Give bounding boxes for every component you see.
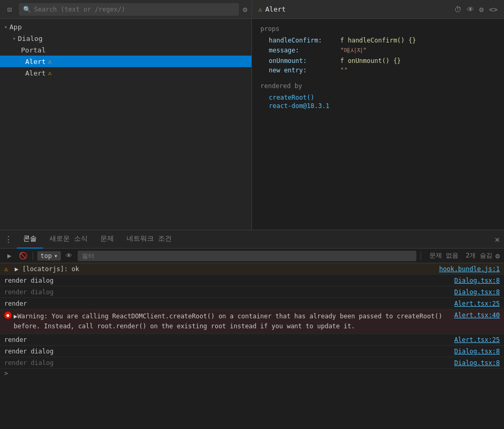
- prop-value: f onUnmount() {}: [340, 57, 401, 65]
- tab-issues-label: 문제: [100, 234, 114, 243]
- eye-icon[interactable]: 👁: [467, 5, 474, 14]
- rendered-by-title: rendered by: [260, 82, 496, 90]
- tab-console-label: 콘솔: [23, 234, 37, 243]
- console-row-render-dialog-2[interactable]: render dialog Dialog.tsx:8: [0, 286, 504, 298]
- status-badge: 문제 없음: [425, 251, 463, 260]
- chevron-icon: ▾: [13, 36, 16, 41]
- console-row-link[interactable]: Dialog.tsx:8: [447, 288, 500, 296]
- console-row-render-dialog-3[interactable]: render dialog Dialog.tsx:8: [0, 346, 504, 357]
- tree-item-portal[interactable]: Portal: [0, 44, 251, 56]
- warning-icon: ⚠: [48, 69, 51, 77]
- bottom-panel: ⋮ 콘솔 새로운 소식 문제 네트워크 조건 ✕ ▶ 🚫 top ▾ 👁 문제 …: [0, 230, 504, 429]
- console-row-error-createroot[interactable]: ● ▶Warning: You are calling ReactDOMClie…: [0, 309, 504, 334]
- prop-value: f handleConfirm() {}: [340, 37, 416, 44]
- search-input[interactable]: [34, 6, 235, 13]
- level-label: top: [40, 252, 52, 260]
- console-row-text: render dialog: [4, 348, 445, 355]
- console-row-render-1[interactable]: render Alert.tsx:25: [0, 298, 504, 309]
- bottom-panel-menu-icon[interactable]: ⋮: [4, 234, 13, 244]
- warning-icon: ⚠: [4, 265, 13, 273]
- console-row-link[interactable]: Dialog.tsx:8: [447, 348, 500, 355]
- chevron-icon: ▾: [4, 24, 7, 30]
- arrow-icon: >: [4, 370, 8, 377]
- hidden-badge: 2개 숨김: [466, 251, 492, 260]
- props-area: props handleConfirm: f handleConfirm() {…: [252, 19, 504, 230]
- console-row-render-2[interactable]: render Alert.tsx:25: [0, 334, 504, 346]
- toolbar-divider: [33, 252, 33, 260]
- console-settings-icon[interactable]: ⚙: [496, 252, 500, 260]
- console-error-header: ● ▶Warning: You are calling ReactDOMClie…: [4, 312, 500, 331]
- left-panel: ⊡ 🔍 ⚙ ▾ App ▾ Dialog Portal Alert ⚠: [0, 0, 252, 230]
- right-header: ⚠ Alert ⏱ 👁 ⚙ <>: [252, 0, 504, 19]
- play-icon[interactable]: ▶: [4, 251, 15, 261]
- prop-key: message:: [269, 47, 337, 54]
- prop-row-handleconfirm: handleConfirm: f handleConfirm() {}: [260, 37, 496, 44]
- component-tree-icon[interactable]: ⊡: [4, 4, 15, 15]
- right-header-icons: ⏱ 👁 ⚙ <>: [454, 5, 498, 14]
- props-section-title: props: [260, 25, 496, 33]
- tree-item-alert-1[interactable]: Alert ⚠: [0, 56, 251, 67]
- close-panel-button[interactable]: ✕: [495, 234, 500, 244]
- console-row-link[interactable]: Alert.tsx:25: [447, 336, 500, 344]
- prop-row-message: message: "메시지": [260, 46, 496, 55]
- tree-item-label: App: [9, 23, 22, 31]
- tree-item-dialog[interactable]: ▾ Dialog: [0, 33, 251, 44]
- bottom-tabs: ⋮ 콘솔 새로운 소식 문제 네트워크 조건 ✕: [0, 230, 504, 249]
- tree-item-alert-2[interactable]: Alert ⚠: [0, 67, 251, 79]
- level-chevron: ▾: [54, 252, 58, 260]
- clear-icon[interactable]: 🚫: [18, 251, 28, 261]
- prop-key: onUnmount:: [269, 57, 337, 65]
- console-row-text: render dialog: [4, 288, 445, 296]
- console-row-text: render: [4, 300, 445, 307]
- tab-whats-new[interactable]: 새로운 소식: [43, 230, 94, 249]
- tab-issues[interactable]: 문제: [94, 230, 120, 249]
- console-area: ⚠ ▶ [locatorjs]: ok hook.bundle.js:1 ren…: [0, 263, 504, 429]
- console-row-render-dialog-4[interactable]: render dialog Dialog.tsx:8: [0, 357, 504, 369]
- filter-input[interactable]: [78, 251, 416, 261]
- prop-value: "": [340, 67, 348, 74]
- tree-item-label: Portal: [21, 46, 46, 54]
- error-icon: ●: [4, 312, 12, 319]
- tree-item-label: Alert: [25, 69, 46, 77]
- gear-icon[interactable]: ⚙: [479, 5, 484, 14]
- console-row-link[interactable]: Dialog.tsx:8: [447, 277, 500, 284]
- toolbar-divider-2: [421, 252, 421, 260]
- console-row-text: render: [4, 336, 445, 344]
- tab-whatsnew-label: 새로운 소식: [49, 234, 88, 243]
- tab-close-area: ✕: [178, 234, 500, 244]
- left-toolbar: ⊡ 🔍 ⚙: [0, 0, 251, 19]
- console-row-link[interactable]: Alert.tsx:25: [447, 300, 500, 307]
- console-row-link[interactable]: Dialog.tsx:8: [447, 359, 500, 367]
- console-bottom-arrow: >: [0, 369, 504, 378]
- tab-console[interactable]: 콘솔: [17, 230, 43, 249]
- component-name-title: Alert: [265, 5, 286, 13]
- search-icon: 🔍: [23, 6, 31, 13]
- console-error-text: ▶Warning: You are calling ReactDOMClient…: [14, 312, 445, 331]
- expand-icon[interactable]: <>: [489, 5, 498, 14]
- prop-key: new entry:: [269, 67, 337, 74]
- right-panel: ⚠ Alert ⏱ 👁 ⚙ <> props handleConfirm: f …: [252, 0, 504, 230]
- console-row-text: render dialog: [4, 359, 445, 367]
- console-row-render-dialog-1[interactable]: render dialog Dialog.tsx:8: [0, 275, 504, 286]
- level-dropdown[interactable]: top ▾: [37, 251, 61, 261]
- prop-key: handleConfirm:: [269, 37, 337, 44]
- clock-icon[interactable]: ⏱: [454, 5, 461, 14]
- tab-network-conditions[interactable]: 네트워크 조건: [120, 230, 178, 249]
- tree-item-label: Dialog: [18, 35, 43, 42]
- console-row-locatorjs[interactable]: ⚠ ▶ [locatorjs]: ok hook.bundle.js:1: [0, 263, 504, 275]
- component-tree: ▾ App ▾ Dialog Portal Alert ⚠ Alert ⚠: [0, 19, 251, 230]
- prop-row-onunmount: onUnmount: f onUnmount() {}: [260, 57, 496, 65]
- tree-item-app[interactable]: ▾ App: [0, 21, 251, 33]
- settings-icon[interactable]: ⚙: [243, 5, 247, 14]
- console-row-link[interactable]: hook.bundle.js:1: [439, 265, 500, 273]
- console-error-link[interactable]: Alert.tsx:40: [447, 312, 500, 319]
- tab-networkconditions-label: 네트워크 조건: [127, 234, 172, 243]
- warning-icon: ⚠: [48, 58, 51, 65]
- rendered-by-item-reactdom: react-dom@18.3.1: [260, 102, 496, 110]
- right-header-left: ⚠ Alert: [258, 5, 286, 13]
- header-warning-icon: ⚠: [258, 6, 262, 13]
- top-area: ⊡ 🔍 ⚙ ▾ App ▾ Dialog Portal Alert ⚠: [0, 0, 504, 230]
- rendered-by-item-createroot: createRoot(): [260, 94, 496, 101]
- eye-filter-icon[interactable]: 👁: [64, 251, 75, 261]
- tree-item-label: Alert: [25, 58, 46, 66]
